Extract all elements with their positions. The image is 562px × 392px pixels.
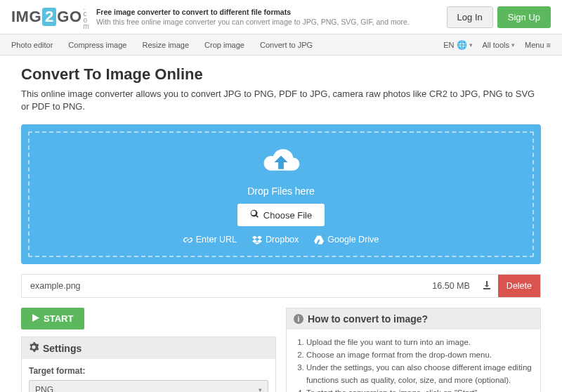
- globe-icon: 🌐: [457, 40, 467, 50]
- info-icon: i: [294, 314, 303, 324]
- topbar: IMG 2 GO .com Free image converter to co…: [0, 0, 562, 34]
- howto-step: To start the conversion to image, click …: [306, 387, 533, 392]
- file-name: example.png: [22, 281, 426, 291]
- start-button[interactable]: START: [21, 308, 84, 329]
- logo-suffix: .com: [84, 4, 89, 30]
- content: Convert To Image Online This online imag…: [0, 55, 562, 392]
- menu-label: Menu: [525, 41, 544, 49]
- cloud-upload-icon: [30, 145, 532, 181]
- howto-header: i How to convert to image?: [287, 308, 540, 329]
- chevron-down-icon: ▾: [469, 41, 473, 48]
- page-description: This online image converter allows you t…: [21, 88, 541, 113]
- slogan-line1: Free image converter to convert to diffe…: [96, 7, 410, 17]
- login-button[interactable]: Log In: [447, 6, 493, 28]
- menu-button[interactable]: Menu≡: [525, 41, 551, 49]
- settings-body: Target format: PNG ▾: [22, 359, 275, 392]
- subnav-right: EN🌐▾ All tools▾ Menu≡: [443, 40, 551, 50]
- language-selector[interactable]: EN🌐▾: [443, 40, 472, 50]
- play-icon: [32, 313, 39, 324]
- nav-resize-image[interactable]: Resize image: [142, 41, 189, 49]
- all-tools-label: All tools: [483, 41, 510, 49]
- gear-icon: [29, 342, 39, 354]
- logo-mid: 2: [42, 8, 56, 26]
- subnav: Photo editor Compress image Resize image…: [0, 34, 562, 55]
- left-column: START Settings Target format: PNG ▾: [21, 308, 276, 392]
- dropbox-link[interactable]: Dropbox: [252, 235, 299, 244]
- slogan: Free image converter to convert to diffe…: [96, 7, 410, 27]
- page-title: Convert To Image Online: [21, 65, 541, 84]
- chevron-down-icon: ▾: [511, 41, 515, 48]
- nav-convert-jpg[interactable]: Convert to JPG: [260, 41, 313, 49]
- dropbox-label: Dropbox: [266, 235, 299, 244]
- target-format-select[interactable]: PNG ▾: [29, 380, 268, 392]
- settings-title: Settings: [43, 343, 81, 354]
- lang-label: EN: [443, 41, 454, 49]
- chevron-down-icon: ▾: [259, 386, 262, 392]
- slogan-line2: With this free online image converter yo…: [96, 17, 410, 27]
- howto-steps: Upload the file you want to turn into an…: [306, 337, 533, 392]
- all-tools-menu[interactable]: All tools▾: [483, 41, 516, 49]
- dropzone-links: Enter URL Dropbox Google Drive: [30, 235, 532, 244]
- nav-photo-editor[interactable]: Photo editor: [11, 41, 53, 49]
- logo-pre: IMG: [11, 8, 41, 26]
- right-column: i How to convert to image? Upload the fi…: [286, 308, 541, 392]
- link-icon: [183, 235, 192, 244]
- settings-header: Settings: [22, 337, 275, 359]
- howto-step: Upload the file you want to turn into an…: [306, 337, 533, 349]
- target-format-label: Target format:: [29, 366, 268, 376]
- howto-title: How to convert to image?: [308, 313, 428, 325]
- gdrive-icon: [314, 235, 324, 244]
- file-size: 16.50 MB: [426, 281, 476, 291]
- dropzone-title: Drop Files here: [30, 185, 532, 197]
- nav-compress-image[interactable]: Compress image: [68, 41, 126, 49]
- nav-crop-image[interactable]: Crop image: [204, 41, 244, 49]
- settings-panel: Settings Target format: PNG ▾: [21, 337, 276, 392]
- howto-step: Under the settings, you can also choose …: [306, 362, 533, 387]
- hamburger-icon: ≡: [547, 41, 551, 49]
- delete-button[interactable]: Delete: [498, 275, 540, 297]
- signup-button[interactable]: Sign Up: [497, 6, 551, 28]
- choose-file-label: Choose File: [263, 210, 312, 221]
- enter-url-link[interactable]: Enter URL: [183, 235, 237, 244]
- howto-step: Choose an image format from the drop-dow…: [306, 349, 533, 362]
- target-format-value: PNG: [35, 385, 53, 392]
- choose-file-button[interactable]: Choose File: [237, 204, 325, 226]
- start-label: START: [44, 313, 73, 324]
- dropzone[interactable]: Drop Files here Choose File Enter URL Dr…: [21, 124, 541, 264]
- file-row: example.png 16.50 MB Delete: [21, 274, 541, 298]
- logo[interactable]: IMG 2 GO .com: [11, 4, 89, 30]
- howto-body: Upload the file you want to turn into an…: [287, 329, 540, 392]
- howto-panel: i How to convert to image? Upload the fi…: [286, 308, 541, 392]
- gdrive-label: Google Drive: [327, 235, 379, 244]
- columns: START Settings Target format: PNG ▾: [21, 308, 541, 392]
- gdrive-link[interactable]: Google Drive: [314, 235, 379, 244]
- dropzone-inner: Drop Files here Choose File Enter URL Dr…: [28, 131, 534, 257]
- search-icon: [250, 209, 259, 221]
- enter-url-label: Enter URL: [196, 235, 237, 244]
- logo-post: GO: [57, 8, 81, 26]
- dropbox-icon: [252, 235, 262, 244]
- download-icon[interactable]: [476, 281, 498, 292]
